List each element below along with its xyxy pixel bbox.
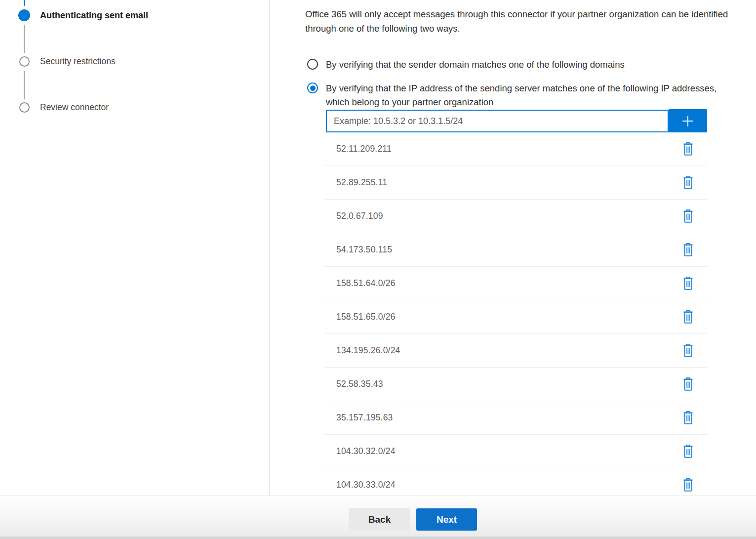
step-label: Security restrictions xyxy=(40,56,116,67)
ip-row: 52.0.67.109 xyxy=(324,200,707,233)
trash-icon xyxy=(682,377,694,391)
delete-ip-button[interactable] xyxy=(679,207,696,225)
ip-address-text: 158.51.65.0/26 xyxy=(336,312,396,322)
trash-icon xyxy=(682,175,694,190)
trash-icon xyxy=(682,310,694,324)
radio-verify-sender-domain[interactable]: By verifying that the sender domain matc… xyxy=(307,58,752,72)
ip-address-text: 52.0.67.109 xyxy=(336,211,383,221)
next-button[interactable]: Next xyxy=(416,508,477,531)
ip-row: 104.30.32.0/24 xyxy=(324,435,707,468)
delete-ip-button[interactable] xyxy=(679,443,696,460)
ip-address-text: 52.58.35.43 xyxy=(336,379,383,389)
delete-ip-button[interactable] xyxy=(679,174,696,192)
wizard-step-authenticating-sent-email: Authenticating sent email xyxy=(18,9,148,22)
step-circle-icon xyxy=(18,55,31,68)
delete-ip-button[interactable] xyxy=(679,140,696,158)
ip-row: 158.51.65.0/26 xyxy=(324,300,707,334)
ip-address-text: 104.30.32.0/24 xyxy=(336,446,396,456)
step-circle-icon xyxy=(18,101,31,114)
wizard-step-rail: Authenticating sent email Security restr… xyxy=(0,0,269,496)
wizard-step-security-restrictions: Security restrictions xyxy=(18,55,116,68)
radio-selected-icon xyxy=(307,83,318,93)
radio-verify-ip-address[interactable]: By verifying that the IP address of the … xyxy=(307,82,733,109)
add-ip-button[interactable] xyxy=(669,109,707,132)
connector-wizard-page: Authenticating sent email Security restr… xyxy=(0,0,756,539)
ip-row: 35.157.195.63 xyxy=(324,401,707,435)
ip-address-text: 54.173.50.115 xyxy=(336,245,392,255)
delete-ip-button[interactable] xyxy=(679,409,696,427)
delete-ip-button[interactable] xyxy=(679,308,696,326)
ip-row: 54.173.50.115 xyxy=(324,233,707,267)
wizard-footer: Back Next xyxy=(0,496,756,539)
trash-icon xyxy=(682,243,694,257)
delete-ip-button[interactable] xyxy=(679,241,696,259)
ip-address-text: 52.89.255.11 xyxy=(336,177,387,188)
wizard-step-review-connector: Review connector xyxy=(18,101,109,114)
ip-row: 52.58.35.43 xyxy=(324,368,707,401)
step-label: Review connector xyxy=(40,102,109,113)
vertical-divider xyxy=(269,0,270,496)
trash-icon xyxy=(682,411,694,425)
ip-list: 52.11.209.211 52.89.255.11 xyxy=(324,132,707,502)
ip-row: 52.11.209.211 xyxy=(324,132,707,166)
delete-ip-button[interactable] xyxy=(679,375,696,393)
intro-text: Office 365 will only accept messages thr… xyxy=(305,7,756,36)
ip-row: 158.51.64.0/26 xyxy=(324,267,707,300)
radio-label: By verifying that the IP address of the … xyxy=(326,82,727,109)
ip-row: 134.195.26.0/24 xyxy=(324,334,707,368)
radio-label: By verifying that the sender domain matc… xyxy=(326,58,625,72)
ip-address-text: 104.30.33.0/24 xyxy=(336,480,396,490)
step-connector xyxy=(24,25,25,53)
plus-icon xyxy=(680,113,696,129)
trash-icon xyxy=(682,142,694,156)
trash-icon xyxy=(682,478,694,492)
ip-address-text: 35.157.195.63 xyxy=(336,413,393,423)
radio-unselected-icon xyxy=(307,59,318,70)
ip-address-text: 134.195.26.0/24 xyxy=(336,345,400,356)
step-connector-completed xyxy=(24,0,25,6)
delete-ip-button[interactable] xyxy=(679,275,696,292)
step-active-dot-icon xyxy=(18,9,31,22)
delete-ip-button[interactable] xyxy=(679,476,696,494)
trash-icon xyxy=(682,276,694,290)
delete-ip-button[interactable] xyxy=(679,342,696,360)
trash-icon xyxy=(682,444,694,458)
ip-address-text: 52.11.209.211 xyxy=(336,144,392,154)
ip-address-input[interactable] xyxy=(326,110,669,132)
back-button[interactable]: Back xyxy=(349,508,410,531)
ip-row: 52.89.255.11 xyxy=(324,166,707,200)
ip-address-text: 158.51.64.0/26 xyxy=(336,278,396,289)
step-connector xyxy=(24,71,25,99)
trash-icon xyxy=(682,209,694,223)
step-label: Authenticating sent email xyxy=(40,10,148,21)
trash-icon xyxy=(682,343,694,358)
